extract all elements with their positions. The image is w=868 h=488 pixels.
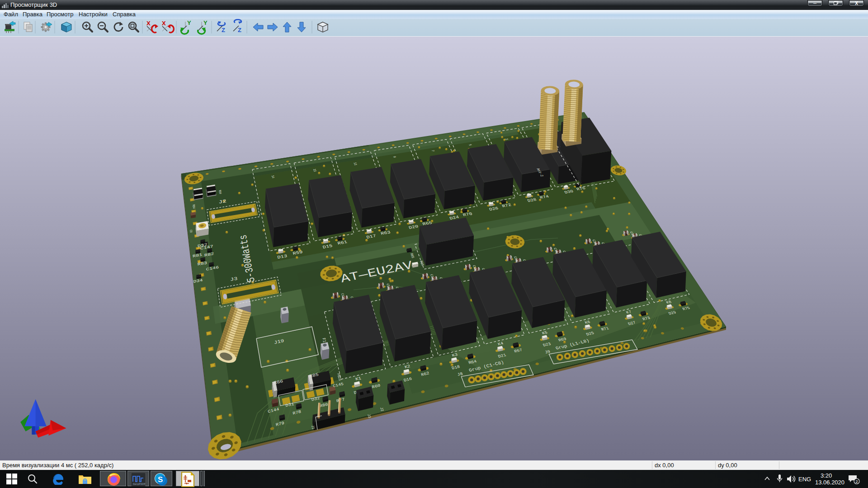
svg-text:Z: Z bbox=[222, 27, 225, 33]
svg-text:X: X bbox=[162, 20, 166, 27]
svg-text:S: S bbox=[158, 475, 163, 484]
svg-text:X: X bbox=[146, 20, 151, 27]
svg-text:Z: Z bbox=[238, 27, 241, 33]
svg-text:R84: R84 bbox=[218, 190, 222, 194]
svg-text:DampRSDR: DampRSDR bbox=[133, 483, 146, 485]
svg-text:Y: Y bbox=[187, 19, 191, 26]
svg-text:R84: R84 bbox=[192, 204, 196, 209]
svg-text:Y: Y bbox=[203, 19, 208, 26]
svg-text:2: 2 bbox=[856, 479, 858, 484]
